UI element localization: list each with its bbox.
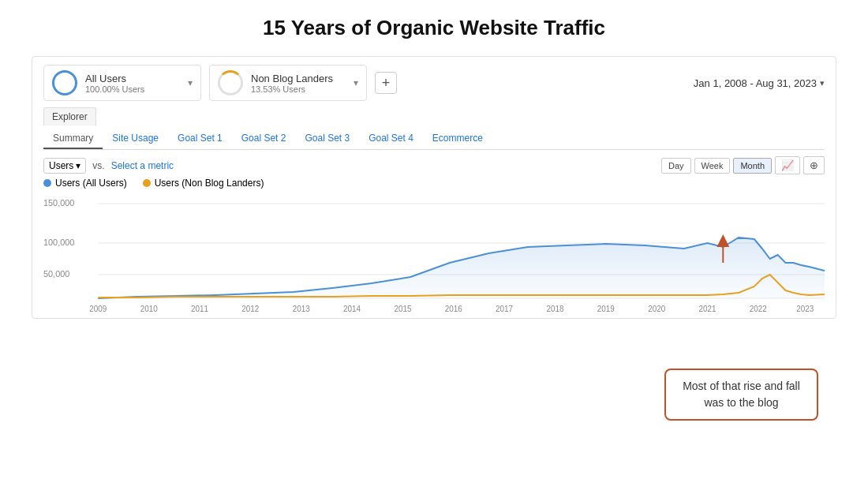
svg-text:2019: 2019	[597, 305, 615, 313]
tab-goal-set-3[interactable]: Goal Set 3	[295, 129, 359, 149]
tab-summary[interactable]: Summary	[43, 129, 103, 149]
svg-text:2023: 2023	[796, 305, 814, 313]
select-metric[interactable]: Select a metric	[111, 160, 174, 171]
all-users-arrow: ▾	[188, 77, 193, 88]
date-range[interactable]: Jan 1, 2008 - Aug 31, 2023 ▾	[694, 77, 825, 89]
date-range-arrow: ▾	[820, 78, 825, 88]
svg-text:2020: 2020	[648, 305, 665, 313]
svg-text:2015: 2015	[394, 305, 411, 313]
all-users-info: All Users 100.00% Users	[85, 73, 144, 94]
annotation-box: Most of that rise and fall was to the bl…	[664, 369, 818, 421]
segment-row: All Users 100.00% Users ▾ Non Blog Lande…	[43, 65, 825, 101]
vs-label: vs.	[92, 160, 104, 171]
date-range-text: Jan 1, 2008 - Aug 31, 2023	[694, 77, 817, 89]
non-blog-name: Non Blog Landers	[251, 73, 333, 84]
non-blog-sub: 13.53% Users	[251, 84, 333, 94]
legend-row: Users (All Users) Users (Non Blog Lander…	[43, 178, 825, 189]
all-users-icon	[52, 70, 77, 95]
chart-svg: 150,000 100,000 50,000	[43, 192, 825, 318]
svg-text:2010: 2010	[140, 305, 158, 313]
page-container: 15 Years of Organic Website Traffic All …	[0, 0, 868, 479]
svg-text:2013: 2013	[293, 305, 310, 313]
svg-text:2009: 2009	[89, 305, 107, 313]
non-blog-arrow: ▾	[354, 77, 358, 88]
day-btn[interactable]: Day	[661, 158, 691, 174]
svg-text:2018: 2018	[546, 305, 563, 313]
svg-text:2016: 2016	[445, 305, 462, 313]
segment-all-users[interactable]: All Users 100.00% Users ▾	[43, 65, 201, 101]
legend-non-blog: Users (Non Blog Landers)	[143, 178, 264, 189]
annotation-text: Most of that rise and fall was to the bl…	[683, 380, 800, 409]
legend-all-users: Users (All Users)	[43, 178, 127, 189]
page-title: 15 Years of Organic Website Traffic	[32, 16, 836, 40]
svg-text:150,000: 150,000	[43, 198, 74, 208]
svg-text:2022: 2022	[750, 305, 767, 313]
svg-text:100,000: 100,000	[43, 238, 74, 247]
metric-label: Users	[49, 160, 73, 171]
tab-goal-set-2[interactable]: Goal Set 2	[232, 129, 296, 149]
segment-non-blog[interactable]: Non Blog Landers 13.53% Users ▾	[209, 65, 367, 101]
non-blog-icon	[218, 70, 243, 95]
week-btn[interactable]: Week	[694, 158, 731, 174]
pie-chart-btn[interactable]: ⊕	[803, 156, 825, 174]
svg-text:2014: 2014	[343, 305, 361, 313]
non-blog-info: Non Blog Landers 13.53% Users	[251, 73, 333, 94]
legend-label-all-users: Users (All Users)	[55, 178, 127, 189]
tab-ecommerce[interactable]: Ecommerce	[423, 129, 492, 149]
svg-text:2012: 2012	[241, 305, 259, 313]
month-btn[interactable]: Month	[733, 158, 772, 174]
svg-text:2021: 2021	[699, 305, 716, 313]
chart-view-btns: Day Week Month 📈 ⊕	[661, 156, 825, 174]
metric-dropdown-arrow: ▾	[76, 160, 80, 171]
add-segment-button[interactable]: +	[375, 72, 397, 94]
legend-dot-non-blog	[143, 179, 151, 187]
metric-dropdown[interactable]: Users ▾	[43, 158, 86, 174]
all-users-name: All Users	[85, 73, 144, 84]
svg-text:2011: 2011	[191, 305, 208, 313]
legend-label-non-blog: Users (Non Blog Landers)	[155, 178, 264, 189]
svg-text:2017: 2017	[496, 305, 513, 313]
line-chart-btn[interactable]: 📈	[775, 156, 800, 174]
chart-area: 150,000 100,000 50,000	[43, 192, 825, 318]
tab-goal-set-4[interactable]: Goal Set 4	[359, 129, 423, 149]
tab-goal-set-1[interactable]: Goal Set 1	[168, 129, 232, 149]
tabs-row: Summary Site Usage Goal Set 1 Goal Set 2…	[43, 129, 825, 150]
chart-controls: Users ▾ vs. Select a metric Day Week Mon…	[43, 156, 825, 174]
svg-text:50,000: 50,000	[43, 269, 69, 279]
tab-site-usage[interactable]: Site Usage	[103, 129, 168, 149]
legend-dot-all-users	[43, 179, 51, 187]
all-users-sub: 100.00% Users	[85, 84, 144, 94]
analytics-panel: All Users 100.00% Users ▾ Non Blog Lande…	[32, 56, 836, 319]
explorer-tab[interactable]: Explorer	[43, 107, 96, 125]
area-fill	[98, 238, 825, 298]
